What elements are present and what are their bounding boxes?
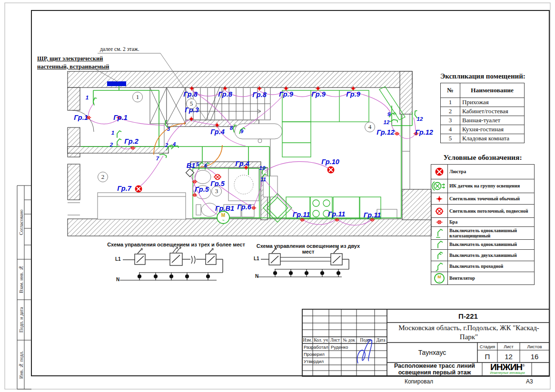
svg-text:M: M — [221, 213, 225, 218]
schematic-two-places — [258, 248, 349, 277]
svg-text:~: ~ — [222, 218, 224, 223]
electrical-panel — [107, 81, 126, 86]
schematic-three-places — [120, 247, 223, 280]
floor-plan-drawing: M ~ — [0, 0, 555, 392]
fan-symbol: M ~ — [217, 211, 229, 224]
signature — [357, 340, 372, 363]
drawing-sheet: M ~ — [0, 0, 555, 392]
